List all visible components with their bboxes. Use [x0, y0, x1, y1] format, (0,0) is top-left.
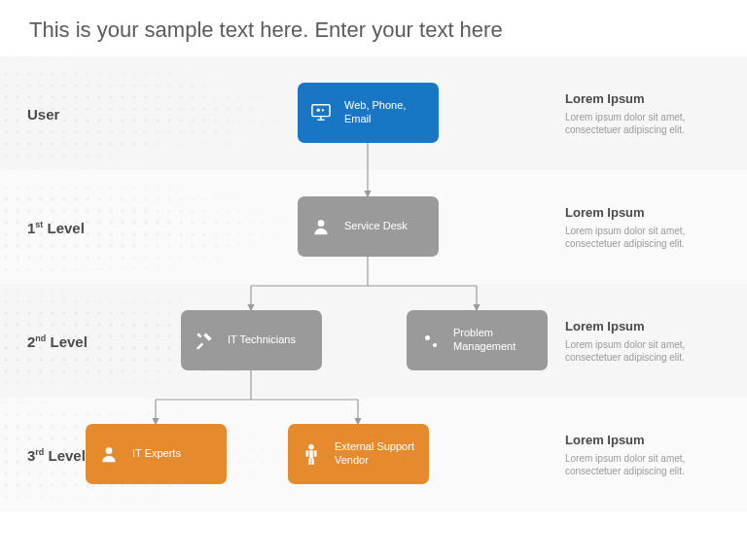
person-icon: [307, 213, 335, 240]
person-icon: [95, 440, 123, 468]
row-label-suffix: Level: [46, 332, 88, 349]
node-label: Web, Phone, Email: [344, 99, 429, 126]
svg-rect-19: [308, 459, 310, 465]
node-label: Problem Management: [453, 327, 538, 354]
row-label-sup: rd: [35, 446, 44, 456]
desc-title: Lorem Ipsum: [565, 204, 735, 219]
row-level-2: 2nd Level Lorem Ipsum Lorem ipsum dolor …: [0, 284, 747, 398]
row-label-sup: nd: [35, 332, 46, 342]
row-label-suffix: Level: [43, 219, 85, 235]
node-it-experts: IT Experts: [86, 424, 227, 484]
svg-rect-22: [314, 450, 317, 456]
monitor-icon: [307, 99, 335, 126]
row-label-text: User: [27, 105, 59, 122]
desc-title: Lorem Ipsum: [565, 90, 735, 105]
page-title: This is your sample text here. Enter you…: [0, 0, 747, 56]
node-it-technicians: IT Technicians: [181, 310, 322, 370]
row-label-suffix: Level: [44, 446, 86, 463]
desc-body: Lorem ipsum dolor sit amet, consectetuer…: [565, 224, 735, 250]
svg-point-17: [308, 444, 314, 450]
row-desc-1: Lorem Ipsum Lorem ipsum dolor sit amet, …: [565, 204, 735, 250]
desc-body: Lorem ipsum dolor sit amet, consectetuer…: [565, 337, 735, 364]
row-desc-3: Lorem Ipsum Lorem ipsum dolor sit amet, …: [565, 432, 735, 477]
svg-rect-21: [306, 450, 309, 456]
tools-icon: [191, 327, 218, 354]
svg-point-15: [433, 343, 437, 347]
diagram-rows: User Lorem Ipsum Lorem ipsum dolor sit a…: [0, 56, 747, 511]
svg-point-12: [316, 108, 320, 112]
desc-body: Lorem ipsum dolor sit amet, consectetuer…: [565, 110, 735, 136]
node-label: IT Technicians: [228, 333, 296, 347]
node-label: External Support Vendor: [335, 440, 419, 468]
node-label: IT Experts: [132, 447, 181, 461]
row-desc-2: Lorem Ipsum Lorem ipsum dolor sit amet, …: [565, 318, 735, 364]
row-label-user: User: [27, 105, 59, 122]
row-label-3: 3rd Level: [27, 446, 86, 463]
desc-title: Lorem Ipsum: [565, 318, 735, 332]
svg-point-16: [106, 447, 113, 454]
desc-body: Lorem ipsum dolor sit amet, consectetuer…: [565, 451, 735, 477]
row-label-1: 1st Level: [27, 219, 85, 235]
node-problem-management: Problem Management: [407, 310, 548, 370]
svg-rect-20: [311, 459, 313, 465]
row-desc-user: Lorem Ipsum Lorem ipsum dolor sit amet, …: [565, 90, 735, 136]
desc-title: Lorem Ipsum: [565, 432, 735, 446]
node-label: Service Desk: [344, 220, 408, 233]
node-external-vendor: External Support Vendor: [288, 424, 429, 484]
person-standing-icon: [298, 440, 325, 468]
svg-point-13: [318, 220, 325, 227]
row-label-2: 2nd Level: [27, 332, 88, 349]
svg-rect-18: [309, 450, 313, 458]
svg-rect-9: [312, 105, 330, 117]
svg-point-14: [425, 335, 430, 340]
gears-icon: [416, 327, 444, 354]
node-service-desk: Service Desk: [298, 196, 439, 257]
node-user-contact: Web, Phone, Email: [298, 83, 439, 143]
